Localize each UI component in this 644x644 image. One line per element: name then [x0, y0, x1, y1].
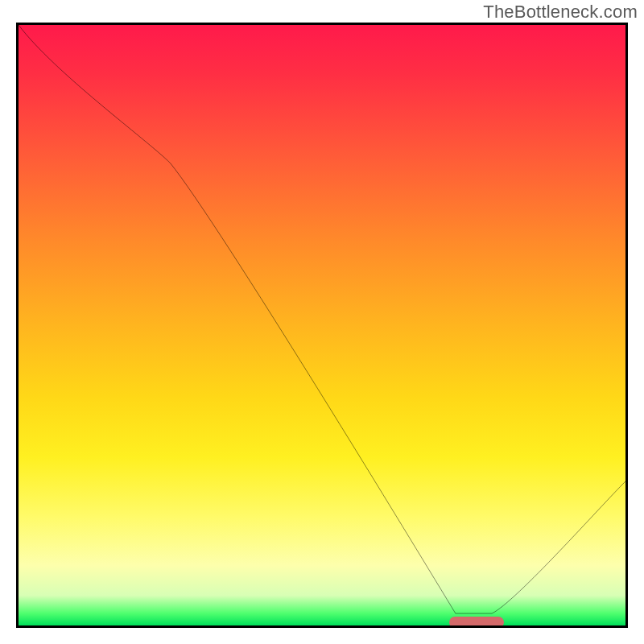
chart-frame: TheBottleneck.com — [0, 0, 644, 644]
watermark-text: TheBottleneck.com — [483, 2, 638, 23]
plot-area — [16, 23, 628, 628]
bottleneck-curve — [19, 25, 625, 625]
optimum-marker — [449, 617, 504, 628]
